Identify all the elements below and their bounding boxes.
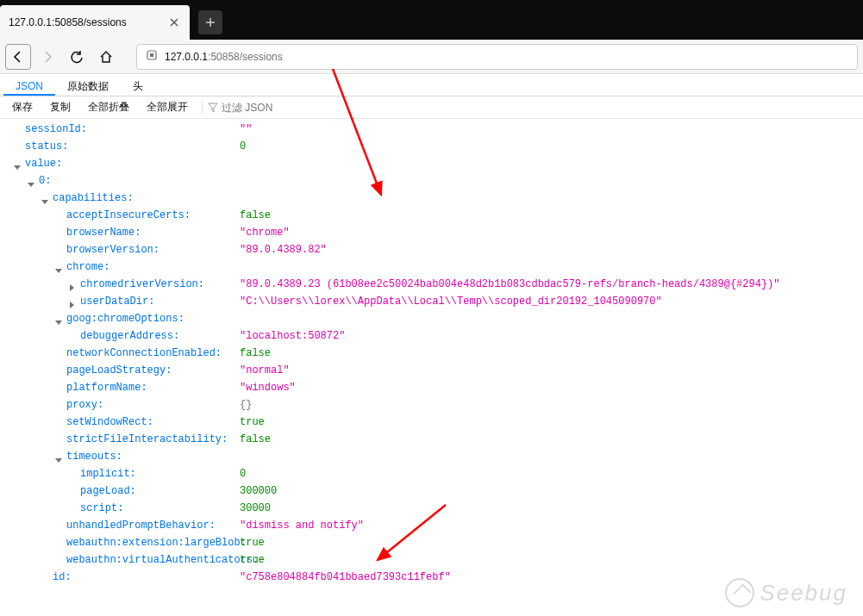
json-row: browserVersion"89.0.4389.82" — [5, 241, 863, 258]
json-key: id — [53, 569, 72, 586]
json-toolbar: 保存 复制 全部折叠 全部展开 — [0, 96, 863, 119]
json-row[interactable]: capabilities — [5, 190, 863, 207]
tab-headers[interactable]: 头 — [121, 74, 155, 96]
json-value: "" — [240, 121, 252, 138]
json-key: webauthn:extension:largeBlob — [66, 534, 247, 551]
json-value: true — [240, 414, 265, 431]
expand-all-button[interactable]: 全部展开 — [140, 98, 195, 116]
tab-json[interactable]: JSON — [3, 74, 55, 96]
json-row: strictFileInteractabilityfalse — [5, 431, 863, 448]
json-key: capabilities — [53, 190, 134, 207]
json-key: sessionId — [25, 121, 87, 138]
json-row: platformName"windows" — [5, 379, 863, 396]
json-key: goog:chromeOptions — [66, 310, 184, 327]
svg-rect-1 — [150, 53, 153, 57]
json-tree: sessionId""status0value0capabilitiesacce… — [0, 119, 863, 586]
json-value: false — [240, 345, 271, 362]
json-key: networkConnectionEnabled — [66, 345, 222, 362]
filter-icon — [208, 103, 218, 113]
json-row[interactable]: chromedriverVersion"89.0.4389.23 (61b08e… — [5, 276, 863, 293]
nav-bar: 127.0.0.1:50858/sessions — [0, 40, 863, 74]
site-info-icon[interactable] — [146, 49, 158, 64]
json-key: chrome — [66, 258, 109, 276]
home-button[interactable] — [93, 44, 119, 70]
json-value: "chrome" — [240, 224, 290, 241]
json-key: acceptInsecureCerts — [66, 207, 191, 224]
chevron-down-icon[interactable] — [28, 177, 36, 185]
watermark-icon — [725, 578, 754, 607]
json-key: chromedriverVersion — [80, 276, 204, 293]
url-text: 127.0.0.1:50858/sessions — [165, 51, 283, 63]
json-key: status — [25, 138, 68, 155]
json-row[interactable]: chrome — [5, 258, 863, 276]
json-value: "normal" — [240, 362, 290, 379]
json-key: value — [25, 155, 62, 172]
json-row: script30000 — [5, 500, 863, 517]
chevron-down-icon[interactable] — [14, 159, 22, 168]
chevron-down-icon[interactable] — [55, 263, 64, 271]
json-value: false — [240, 431, 271, 448]
back-button[interactable] — [5, 44, 31, 70]
json-row: unhandledPromptBehavior"dismiss and noti… — [5, 517, 863, 534]
json-key: script — [80, 500, 123, 517]
json-value: "windows" — [240, 379, 296, 396]
json-key: implicit — [80, 465, 136, 482]
json-row: pageLoadStrategy"normal" — [5, 362, 863, 379]
tab-strip: 127.0.0.1:50858/sessions — [0, 0, 863, 40]
chevron-down-icon[interactable] — [55, 452, 64, 461]
watermark-text: Seebug — [760, 580, 847, 607]
forward-button[interactable] — [34, 44, 60, 70]
json-value: true — [240, 534, 265, 551]
json-row: implicit0 — [5, 465, 863, 482]
json-value: 0 — [240, 465, 246, 482]
json-row: browserName"chrome" — [5, 224, 863, 241]
chevron-down-icon[interactable] — [41, 194, 50, 202]
json-row[interactable]: 0 — [5, 172, 863, 190]
json-row: acceptInsecureCertsfalse — [5, 207, 863, 224]
json-row[interactable]: timeouts — [5, 448, 863, 465]
json-row: debuggerAddress"localhost:50872" — [5, 327, 863, 345]
new-tab-button[interactable] — [198, 10, 222, 34]
json-value: "89.0.4389.23 (61b08ee2c50024bab004e48d2… — [240, 276, 780, 293]
close-icon[interactable] — [167, 16, 181, 29]
json-row: setWindowRecttrue — [5, 414, 863, 431]
chevron-down-icon[interactable] — [55, 314, 64, 323]
json-row[interactable]: goog:chromeOptions — [5, 310, 863, 327]
json-key: platformName — [66, 379, 147, 396]
json-row: pageLoad300000 — [5, 482, 863, 500]
browser-tab[interactable]: 127.0.0.1:50858/sessions — [0, 5, 190, 40]
url-bar[interactable]: 127.0.0.1:50858/sessions — [136, 44, 858, 70]
copy-button[interactable]: 复制 — [43, 98, 78, 116]
chevron-right-icon[interactable] — [69, 280, 78, 289]
json-value: "localhost:50872" — [240, 327, 345, 345]
json-key: unhandledPromptBehavior — [66, 517, 216, 534]
json-row: sessionId"" — [5, 121, 863, 138]
json-value: "c758e804884fb041bbaed7393c11febf" — [240, 569, 451, 586]
json-row: webauthn:virtualAuthenticatorstrue — [5, 551, 863, 569]
tab-title: 127.0.0.1:50858/sessions — [9, 16, 162, 28]
json-row[interactable]: value — [5, 155, 863, 172]
json-key: timeouts — [66, 448, 122, 465]
json-key: debuggerAddress — [80, 327, 179, 345]
json-viewer-tabs: JSON 原始数据 头 — [0, 74, 863, 96]
json-row[interactable]: userDataDir"C:\\Users\\lorex\\AppData\\L… — [5, 293, 863, 310]
json-value: "dismiss and notify" — [240, 517, 364, 534]
save-button[interactable]: 保存 — [5, 98, 40, 116]
collapse-all-button[interactable]: 全部折叠 — [81, 98, 136, 116]
json-key: pageLoad — [80, 482, 136, 500]
json-value: false — [240, 207, 271, 224]
json-key: webauthn:virtualAuthenticators — [66, 551, 259, 569]
json-row: webauthn:extension:largeBlobtrue — [5, 534, 863, 551]
tab-rawdata[interactable]: 原始数据 — [55, 74, 121, 96]
json-value: "C:\\Users\\lorex\\AppData\\Local\\Temp\… — [240, 293, 662, 310]
json-key: strictFileInteractability — [66, 431, 228, 448]
filter-field[interactable] — [202, 102, 325, 114]
chevron-right-icon[interactable] — [69, 297, 78, 306]
json-row: proxy{} — [5, 396, 863, 414]
json-value: 0 — [240, 138, 246, 155]
reload-button[interactable] — [64, 44, 90, 70]
json-row: status0 — [5, 138, 863, 155]
json-value: 300000 — [240, 482, 277, 500]
json-row: networkConnectionEnabledfalse — [5, 345, 863, 362]
filter-input[interactable] — [222, 102, 325, 114]
